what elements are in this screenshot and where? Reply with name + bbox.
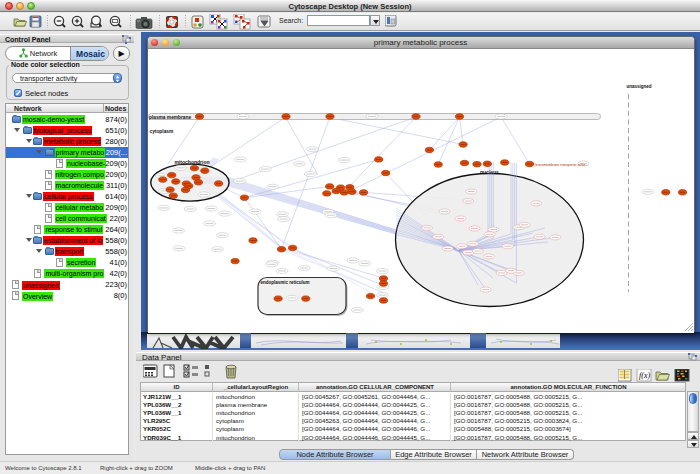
svg-text:unassigned: unassigned bbox=[626, 84, 651, 89]
svg-text:mitochondrion: mitochondrion bbox=[174, 159, 209, 165]
svg-text:plasma membrane: plasma membrane bbox=[149, 114, 191, 119]
svg-text:cytoplasm: cytoplasm bbox=[149, 128, 173, 133]
svg-text:f(x): f(x) bbox=[639, 371, 650, 380]
svg-text:endoplasmic reticulum: endoplasmic reticulum bbox=[260, 279, 309, 284]
svg-text:(transmembrane transporter act: (transmembrane transporter activi... bbox=[534, 162, 588, 166]
